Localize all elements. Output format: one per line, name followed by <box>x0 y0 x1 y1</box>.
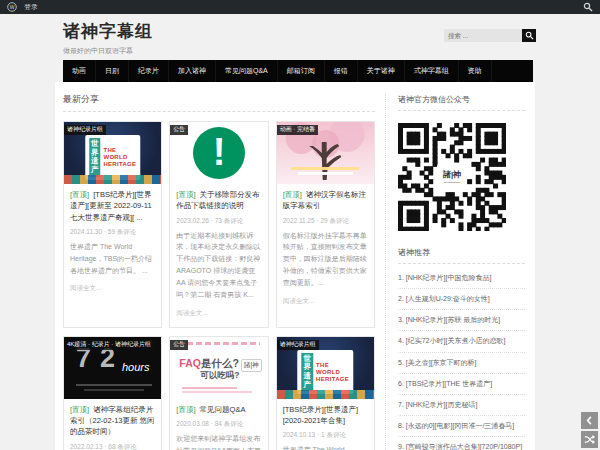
post-meta: 2020.03.08 · 84 条评论 <box>176 420 261 429</box>
search-button[interactable] <box>522 29 536 42</box>
login-link[interactable]: 登录 <box>24 2 38 12</box>
decorative-color-strip <box>277 390 374 399</box>
faq-question-line2: 可以吃吗? <box>200 370 239 382</box>
shuffle-icon <box>584 434 595 445</box>
chevron-left-icon <box>585 416 594 425</box>
wp-admin-bar: W 登录 <box>0 0 600 14</box>
nav-item-8[interactable]: 式神字幕组 <box>405 60 459 82</box>
post-card: FAQ是什么?可以吃吗?諸|神公告[置顶] 常见问题Q&A2020.03.08 … <box>169 336 268 450</box>
post-thumbnail-link[interactable]: !公告 <box>170 122 267 184</box>
post-card-body: [置顶] 关于移除部分发布作品下载链接的说明2023.02.26 · 73 条评… <box>170 184 267 327</box>
recommend-item[interactable]: 3. [NHK纪录片][苏联 最后的时光] <box>398 310 525 331</box>
faq-word-suffix: 是什么? <box>201 357 239 369</box>
site-header: 诸神字幕组 做最好的中日双语字幕 <box>0 14 600 60</box>
caption-line <box>291 167 359 170</box>
post-excerpt: 由于近期本站接到维权诉求，现本站决定永久删除以下作品的下载链接：野良神 ARAG… <box>176 230 261 301</box>
post-excerpt: 欢迎您来到诸神字幕组发布站常见问题Q&A页面！本页面回应了各类典型留言和疑问，包… <box>176 433 261 450</box>
caption-line <box>76 384 152 386</box>
recommend-item[interactable]: 6. [TBS纪录片][THE 世界遗产] <box>398 374 525 395</box>
recommend-item[interactable]: 7. [NHK纪录片][历史秘话] <box>398 395 525 416</box>
post-card: 世界遗产THEWORLDHERITAGE诸神纪录片组 [TBS纪录片][世界遗产… <box>276 336 375 450</box>
recommend-item[interactable]: 1. [NHK纪录片][中国危险食品] <box>398 268 525 289</box>
post-thumbnail-link[interactable]: 72hours4K超清 · 纪录片 · 诸神纪录片组 <box>64 337 161 399</box>
post-title-link[interactable]: [置顶] 诸神字幕组纪录片索引（22-02-13更新 悠闲的品茶时间） <box>70 404 155 438</box>
post-excerpt: 世界遗产 The World Heritage，TBS的一档介绍各地世界遗产的节… <box>283 444 368 450</box>
exclamation-mark: ! <box>213 133 226 171</box>
read-more-link[interactable]: 阅读全文... <box>283 297 314 306</box>
qr-logo-text: 諸|神 <box>443 171 461 179</box>
post-card: 动画 · 完结番[置顶] 诸神汉字假名标注版字幕索引2022.11.25 · 2… <box>276 121 375 328</box>
search-input[interactable] <box>444 29 522 42</box>
nav-item-9[interactable]: 资助 <box>459 60 492 82</box>
decorative-line <box>178 342 259 345</box>
nav-item-4[interactable]: 常见问题Q&A <box>216 60 278 82</box>
faq-word: FAQ <box>179 357 201 369</box>
sticky-label: [置顶] <box>70 190 89 199</box>
sticky-label: [置顶] <box>176 190 195 199</box>
world-heritage-logo: 世界遗产THEWORLDHERITAGE <box>85 135 140 180</box>
hours-word: hours <box>122 361 150 373</box>
qr-logo-underline <box>444 182 460 183</box>
post-thumbnail-link[interactable]: 世界遗产THEWORLDHERITAGE诸神纪录片组 <box>277 337 374 399</box>
post-title-link[interactable]: [置顶] 关于移除部分发布作品下载链接的说明 <box>176 189 261 212</box>
post-excerpt: 世界遗产 The World Heritage，TBS的一档介绍各地世界遗产的节… <box>70 241 155 277</box>
post-card-body: [置顶] 诸神字幕组纪录片索引（22-02-13更新 悠闲的品茶时间）2022.… <box>64 399 161 450</box>
recommend-item[interactable]: 5. [美之壶][东京下町的桥] <box>398 353 525 374</box>
content-container: 最新分享 世界遗产THEWORLDHERITAGE诸神纪录片组[置顶] [TBS… <box>55 82 535 450</box>
nav-item-5[interactable]: 邮箱订阅 <box>278 60 325 82</box>
decorative-color-strip <box>64 175 161 184</box>
latest-posts-section: 最新分享 世界遗产THEWORLDHERITAGE诸神纪录片组[置顶] [TBS… <box>63 93 385 450</box>
decorative-line <box>182 391 252 393</box>
post-title-link[interactable]: [置顶] 诸神汉字假名标注版字幕索引 <box>283 189 368 212</box>
caption-line <box>298 172 353 175</box>
post-excerpt: 假名标注版外挂字幕不再单独开贴，直接附到发布文章页中，因标注版是后期陆续补做的，… <box>283 230 368 289</box>
nav-item-0[interactable]: 动画 <box>63 60 96 82</box>
nav-item-2[interactable]: 纪录片 <box>129 60 169 82</box>
post-card-body: [TBS纪录片][世界遗产][2020-2021年合集]2024.10.13 ·… <box>277 399 374 450</box>
nav-item-6[interactable]: 报错 <box>325 60 358 82</box>
post-meta: 2022.02.13 · 68 条评论 <box>70 443 155 450</box>
nav-item-7[interactable]: 关于诸神 <box>358 60 405 82</box>
nav-item-1[interactable]: 日剧 <box>96 60 129 82</box>
post-thumbnail-link[interactable]: 动画 · 完结番 <box>277 122 374 184</box>
random-post-button[interactable] <box>581 431 598 448</box>
main-navigation: 动画日剧纪录片加入诸神常见问题Q&A邮箱订阅报错关于诸神式神字幕组资助 <box>63 60 533 82</box>
post-meta: 2022.11.25 · 29 条评论 <box>283 217 368 226</box>
post-thumbnail-link[interactable]: 世界遗产THEWORLDHERITAGE诸神纪录片组 <box>64 122 161 184</box>
category-badge: 动画 · 完结番 <box>277 125 318 135</box>
post-card: 世界遗产THEWORLDHERITAGE诸神纪录片组[置顶] [TBS纪录片][… <box>63 121 162 328</box>
wordpress-logo-icon: W <box>7 2 17 12</box>
post-card-body: [置顶] 常见问题Q&A2020.03.08 · 84 条评论欢迎您来到诸神字幕… <box>170 399 267 450</box>
category-badge: 诸神纪录片组 <box>64 125 106 135</box>
post-meta: 2023.02.26 · 73 条评论 <box>176 217 261 226</box>
section-title: 最新分享 <box>63 93 375 112</box>
post-card-body: [置顶] 诸神汉字假名标注版字幕索引2022.11.25 · 29 条评论假名标… <box>277 184 374 315</box>
wechat-widget-title: 诸神官方微信公众号 <box>398 94 525 111</box>
read-more-link[interactable]: 阅读全文... <box>70 284 101 293</box>
recommend-item[interactable]: 2. [人生规划U-29:奋斗的女性] <box>398 289 525 310</box>
qr-center-logo: 諸|神 <box>437 164 467 190</box>
post-thumbnail-link[interactable]: FAQ是什么?可以吃吗?諸|神公告 <box>170 337 267 399</box>
post-card-body: [置顶] [TBS纪录片][世界遗产][更新至 2022-09-11 七大世界遗… <box>64 184 161 302</box>
site-tagline: 做最好的中日双语字幕 <box>63 46 600 56</box>
recommend-item[interactable]: 8. [永远的0][电影][冈田准一/三浦春马] <box>398 416 525 437</box>
recommend-item[interactable]: 9. [宫崎骏导演作品大合集][720P/1080P] <box>398 437 525 450</box>
category-badge: 公告 <box>170 125 188 135</box>
post-meta: 2024.10.13 · 1 条评论 <box>283 431 368 440</box>
search-icon[interactable] <box>583 2 593 12</box>
nav-item-3[interactable]: 加入诸神 <box>169 60 216 82</box>
world-heritage-cn-label: 世界遗产 <box>302 353 314 392</box>
post-title-link[interactable]: [置顶] [TBS纪录片][世界遗产][更新至 2022-09-11 七大世界遗… <box>70 189 155 223</box>
world-heritage-en-label: THEWORLDHERITAGE <box>316 362 349 383</box>
post-title-link[interactable]: [置顶] 常见问题Q&A <box>176 404 261 415</box>
read-more-link[interactable]: 阅读全文... <box>176 309 207 318</box>
caption-line <box>84 389 144 391</box>
recommend-item[interactable]: 4. [纪实72小时][关东煮小店的恋歌] <box>398 331 525 352</box>
post-title-link[interactable]: [TBS纪录片][世界遗产][2020-2021年合集] <box>283 404 368 427</box>
world-heritage-cn-label: 世界遗产 <box>89 138 101 177</box>
sticky-label: [置顶] <box>283 190 302 199</box>
post-card: 72hours4K超清 · 纪录片 · 诸神纪录片组[置顶] 诸神字幕组纪录片索… <box>63 336 162 450</box>
decorative-line <box>182 387 237 389</box>
chevron-left-button[interactable] <box>581 412 598 429</box>
recommend-widget-title: 诸神推荐 <box>398 247 525 264</box>
